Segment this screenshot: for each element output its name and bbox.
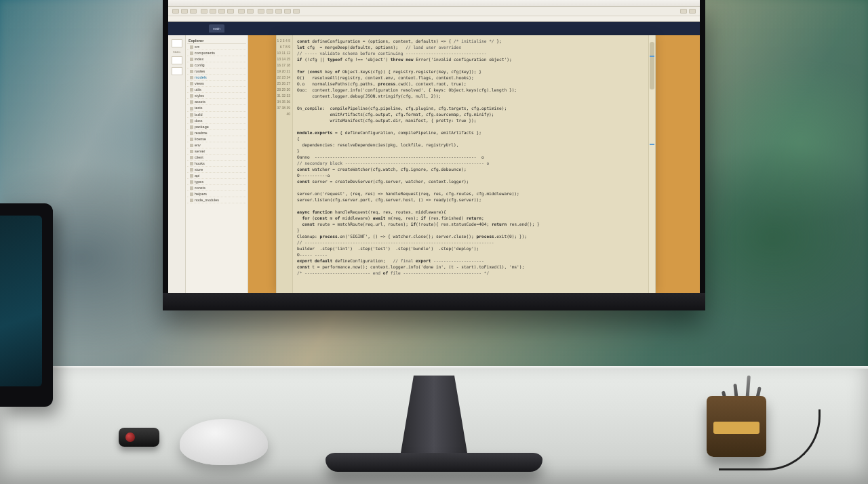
code-line[interactable]: emitArtifacts(cfg.output, cfg.format, cf… — [297, 111, 644, 117]
scroll-marker[interactable] — [650, 56, 654, 57]
code-line[interactable]: Ooo: context.logger.info('configuration … — [297, 87, 644, 93]
code-line[interactable]: if (!cfg || typeof cfg !== 'object') thr… — [297, 56, 644, 62]
file-tree-item[interactable]: hooks — [187, 161, 246, 167]
code-line[interactable]: context.logger.debug(JSON.stringify(cfg,… — [297, 93, 644, 99]
file-tree-item[interactable]: package — [187, 124, 246, 130]
toolbar-button[interactable] — [172, 9, 179, 14]
file-tree-item[interactable]: components — [187, 50, 246, 56]
code-line[interactable]: Oanno ----------------------------------… — [297, 154, 644, 160]
code-line[interactable]: /* -------------------------- end of fil… — [297, 270, 644, 276]
code-line[interactable]: Cleanup: process.on('SIGINT', () => { wa… — [297, 233, 644, 239]
thumbnail-rail[interactable]: Slides — [168, 35, 186, 293]
code-line[interactable]: O() resolveAll(registry, context.env, co… — [297, 75, 644, 81]
file-tree-item[interactable]: client — [187, 155, 246, 161]
toolbar-button[interactable] — [293, 9, 300, 14]
code-line[interactable]: // -------------------------------------… — [297, 239, 644, 245]
code-line[interactable]: for (const m of middleware) await m(req,… — [297, 215, 644, 221]
file-tree-item-label: api — [195, 174, 199, 178]
code-line[interactable]: { — [297, 136, 644, 142]
file-tree-item[interactable]: utils — [187, 87, 246, 93]
toolbar-button[interactable] — [247, 9, 254, 14]
code-line[interactable]: O-----------o — [297, 172, 644, 178]
file-tree-item[interactable]: helpers — [187, 191, 246, 197]
file-tree-item[interactable]: config — [187, 62, 246, 68]
file-tree-item[interactable]: consts — [187, 185, 246, 191]
code-line[interactable]: } — [297, 227, 644, 233]
file-tree-item[interactable]: src — [187, 44, 246, 50]
thumbnail[interactable] — [172, 39, 182, 47]
line-number-gutter[interactable]: 1 2 3 4 5 6 7 8 9 10 11 12 13 14 15 16 1… — [277, 35, 293, 293]
toolbar-button[interactable] — [210, 9, 216, 14]
file-tree-item[interactable]: assets — [187, 99, 246, 105]
code-line[interactable]: const route = matchRoute(req.url, routes… — [297, 221, 644, 227]
editor-tab[interactable]: main — [209, 24, 224, 33]
code-line[interactable] — [297, 203, 644, 209]
file-tree-item-label: types — [195, 180, 203, 184]
file-tree-item[interactable]: readme — [187, 130, 246, 136]
file-tree-item[interactable]: styles — [187, 93, 246, 99]
file-tree-item[interactable]: server — [187, 148, 246, 155]
code-line[interactable]: const server = createDevServer(cfg.serve… — [297, 178, 644, 184]
code-line[interactable]: const defineConfiguration = (options, co… — [297, 38, 644, 44]
toolbar-button[interactable] — [181, 9, 188, 14]
code-line[interactable]: for (const key of Object.keys(cfg)) { re… — [297, 68, 644, 75]
toolbar-button[interactable] — [680, 9, 687, 14]
code-line[interactable] — [297, 99, 644, 105]
toolbar-button[interactable] — [258, 9, 264, 14]
code-line[interactable]: // secondary block ---------------------… — [297, 160, 644, 166]
toolbar-button[interactable] — [201, 9, 208, 14]
code-editor[interactable]: 1 2 3 4 5 6 7 8 9 10 11 12 13 14 15 16 1… — [276, 35, 656, 293]
code-line[interactable]: export default defineConfiguration; // f… — [297, 258, 644, 264]
code-line[interactable]: module.exports = { defineConfiguration, … — [297, 129, 644, 136]
tab-strip: main — [168, 22, 700, 35]
toolbar-button[interactable] — [218, 9, 225, 14]
code-line[interactable]: On_compile: compilePipeline(cfg.pipeline… — [297, 105, 644, 111]
toolbar-button[interactable] — [267, 9, 273, 14]
file-tree-item[interactable]: docs — [187, 118, 246, 124]
scrollbar-thumb[interactable] — [650, 42, 654, 89]
code-line[interactable]: const t = performance.now(); context.log… — [297, 264, 644, 270]
toolbar-button[interactable] — [238, 9, 245, 14]
code-line[interactable] — [297, 123, 644, 129]
thumbnail[interactable] — [172, 56, 182, 64]
window-titlebar[interactable] — [168, 0, 700, 7]
toolbar-button[interactable] — [689, 9, 696, 14]
toolbar-button[interactable] — [275, 9, 282, 14]
code-line[interactable]: server.on('request', (req, res) => handl… — [297, 190, 644, 197]
code-line[interactable]: // ----- validate schema before continui… — [297, 50, 644, 56]
code-line[interactable] — [297, 62, 644, 68]
code-line[interactable]: const watcher = createWatcher(cfg.watch,… — [297, 166, 644, 172]
file-tree[interactable]: Explorer srccomponentsindexconfigroutesm… — [186, 35, 248, 293]
code-line[interactable]: O.o normalisePaths(cfg.paths, process.cw… — [297, 81, 644, 87]
code-line[interactable] — [297, 276, 644, 282]
code-line[interactable]: O----- ----- — [297, 251, 644, 258]
file-tree-item[interactable]: license — [187, 136, 246, 142]
ruler[interactable] — [168, 16, 700, 22]
code-line[interactable]: let cfg = mergeDeep(defaults, options); … — [297, 44, 644, 50]
toolbar-button[interactable] — [284, 9, 291, 14]
code-line[interactable] — [297, 184, 644, 190]
toolbar-button[interactable] — [227, 9, 234, 14]
file-tree-item[interactable]: build — [187, 112, 246, 118]
code-line[interactable]: server.listen(cfg.server.port, cfg.serve… — [297, 197, 644, 203]
thumbnail[interactable] — [172, 67, 182, 75]
code-content[interactable]: const defineConfiguration = (options, co… — [293, 35, 648, 293]
file-tree-item[interactable]: types — [187, 179, 246, 185]
file-tree-item[interactable]: store — [187, 167, 246, 173]
code-line[interactable]: } — [297, 148, 644, 154]
code-line[interactable]: dependencies: resolveDependencies(pkg, l… — [297, 142, 644, 148]
file-tree-item[interactable]: models — [187, 75, 246, 81]
vertical-scrollbar[interactable] — [648, 35, 655, 293]
file-tree-item[interactable]: api — [187, 173, 246, 179]
file-tree-item[interactable]: node_modules — [187, 197, 246, 203]
scroll-marker[interactable] — [650, 144, 654, 145]
toolbar-button[interactable] — [190, 9, 197, 14]
file-tree-item[interactable]: tests — [187, 105, 246, 111]
file-tree-item[interactable]: env — [187, 142, 246, 148]
file-tree-item[interactable]: routes — [187, 68, 246, 75]
file-tree-item[interactable]: views — [187, 81, 246, 87]
code-line[interactable]: builder .step('lint') .step('test') .ste… — [297, 245, 644, 251]
code-line[interactable]: async function handleRequest(req, res, r… — [297, 209, 644, 215]
file-tree-item[interactable]: index — [187, 56, 246, 62]
code-line[interactable]: writeManifest(cfg.output.dir, manifest, … — [297, 117, 644, 123]
